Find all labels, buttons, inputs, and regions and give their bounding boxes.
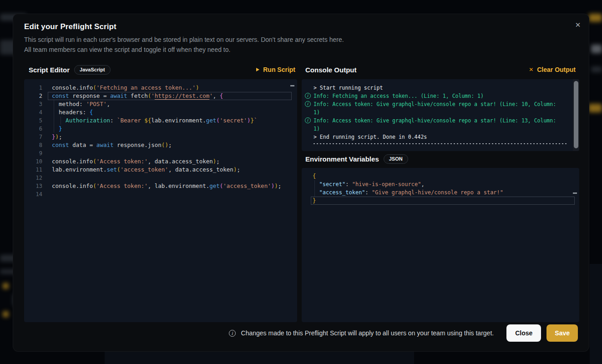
run-script-label: Run Script xyxy=(263,66,295,73)
background-blur xyxy=(3,311,9,317)
line-number: 4 xyxy=(24,108,42,116)
code-text: const response = await fetch('https://te… xyxy=(42,92,223,100)
close-button[interactable]: Close xyxy=(506,324,541,342)
code-text: const data = await response.json(); xyxy=(42,141,172,149)
console-log-text: Info: Access token: Give graphql-hive/co… xyxy=(314,116,562,133)
footer-note: Changes made to this Preflight Script wi… xyxy=(241,329,494,337)
indent-guide xyxy=(61,116,61,125)
code-line: 3 method: 'POST', xyxy=(24,100,297,108)
dialog-description-line1: This script will run in each user's brow… xyxy=(24,36,344,43)
env-line: "secret": "hive-is-open-source", xyxy=(302,180,579,188)
console-log-entry: > End running script. Done in 0.442s xyxy=(302,133,579,141)
code-line: 4 headers: { xyxy=(24,108,297,116)
info-icon: i xyxy=(302,92,314,99)
play-icon xyxy=(256,68,259,71)
code-text: Authorization: `Bearer ${lab.environment… xyxy=(42,116,258,125)
clear-output-label: Clear Output xyxy=(537,66,576,73)
code-line: 9 xyxy=(24,149,297,157)
script-editor-lines: 1console.info('Fetching an access token.… xyxy=(24,84,297,198)
script-editor[interactable]: 1console.info('Fetching an access token.… xyxy=(24,79,297,322)
background-blur xyxy=(591,45,602,53)
console-output-panel: > Start running scriptiInfo: Fetching an… xyxy=(302,79,579,151)
clear-output-button[interactable]: ✕ Clear Output xyxy=(529,66,576,73)
line-number: 9 xyxy=(24,149,42,157)
code-line: 11lab.environment.set('access_token', da… xyxy=(24,166,297,174)
info-icon: i xyxy=(302,116,314,123)
run-script-button[interactable]: Run Script xyxy=(256,66,295,73)
env-line: "access_token": "Give graphql-hive/conso… xyxy=(302,188,579,197)
console-scrollbar[interactable] xyxy=(573,79,579,151)
dialog-footer: i Changes made to this Preflight Script … xyxy=(229,324,578,342)
json-badge: JSON xyxy=(384,154,408,164)
console-entries: > Start running scriptiInfo: Fetching an… xyxy=(302,84,579,144)
dialog-close-button[interactable]: ✕ xyxy=(572,20,583,30)
line-number: 5 xyxy=(24,116,42,125)
background-blur xyxy=(588,104,602,112)
code-line: 1console.info('Fetching an access token.… xyxy=(24,84,297,92)
line-number: 7 xyxy=(24,133,42,141)
env-line: } xyxy=(302,197,579,205)
background-panel xyxy=(105,352,414,364)
code-text xyxy=(42,174,52,182)
line-number: 12 xyxy=(24,174,42,182)
code-text: lab.environment.set('access_token', data… xyxy=(42,166,240,174)
clear-icon: ✕ xyxy=(529,67,533,72)
info-circle-icon: i xyxy=(229,330,236,337)
environment-editor-lines: { "secret": "hive-is-open-source", "acce… xyxy=(302,172,579,205)
background-blur xyxy=(589,14,602,22)
dialog-title: Edit your Preflight Script xyxy=(24,22,116,31)
code-line: 5 Authorization: `Bearer ${lab.environme… xyxy=(24,116,297,125)
console-log-entry: iInfo: Access token: Give graphql-hive/c… xyxy=(302,116,579,133)
console-log-entry: iInfo: Fetching an access token... (Line… xyxy=(302,92,579,100)
environment-editor[interactable]: { "secret": "hive-is-open-source", "acce… xyxy=(302,168,579,322)
dialog-description-line2: All team members can view the script and… xyxy=(24,46,230,53)
indent-guide xyxy=(54,100,54,133)
code-line: 13console.info('Access token:', lab.envi… xyxy=(24,182,297,190)
close-icon: ✕ xyxy=(575,21,581,29)
info-circle-icon: i xyxy=(305,101,311,107)
console-log-text: Info: Fetching an access token... (Line:… xyxy=(314,92,484,100)
line-number: 8 xyxy=(24,141,42,149)
indent-guide xyxy=(314,180,315,197)
code-line: 6 } xyxy=(24,125,297,133)
environment-variables-heading: Environment Variables xyxy=(305,155,379,163)
script-editor-header: Script Editor JavaScript Run Script xyxy=(29,64,295,75)
info-circle-icon: i xyxy=(305,93,311,99)
console-scrollbar-thumb[interactable] xyxy=(574,81,578,148)
code-text: }); xyxy=(42,133,62,141)
info-circle-icon: i xyxy=(305,117,311,123)
info-icon: i xyxy=(302,100,314,107)
code-line: 12 xyxy=(24,174,297,182)
console-header: Console Output ✕ Clear Output xyxy=(305,64,576,75)
background-blur xyxy=(3,283,9,289)
line-number: 6 xyxy=(24,125,42,133)
save-button[interactable]: Save xyxy=(546,324,578,342)
line-number: 13 xyxy=(24,182,42,190)
code-line: 14 xyxy=(24,190,297,198)
line-number: 10 xyxy=(24,157,42,166)
script-editor-heading: Script Editor xyxy=(29,66,70,74)
line-number: 3 xyxy=(24,100,42,108)
console-log-text: > End running script. Done in 0.442s xyxy=(314,133,427,141)
code-text: console.info('Access token:', lab.enviro… xyxy=(42,182,281,190)
line-number: 14 xyxy=(24,190,42,198)
overview-ruler-marker xyxy=(290,85,294,86)
preflight-script-dialog: ✕ Edit your Preflight Script This script… xyxy=(13,14,589,352)
code-text: console.info('Fetching an access token..… xyxy=(42,84,199,92)
code-text xyxy=(42,190,52,198)
code-line: 8const data = await response.json(); xyxy=(24,141,297,149)
code-line: 2const response = await fetch('https://t… xyxy=(24,92,297,100)
code-line: 10console.info('Access token:', data.acc… xyxy=(24,157,297,166)
code-text: headers: { xyxy=(42,108,93,116)
overview-ruler-marker xyxy=(573,192,577,194)
console-log-entry: iInfo: Access token: Give graphql-hive/c… xyxy=(302,100,579,116)
console-log-text: Info: Access token: Give graphql-hive/co… xyxy=(314,100,562,116)
line-number: 11 xyxy=(24,166,42,174)
env-line: { xyxy=(302,172,579,180)
line-number: 2 xyxy=(24,92,42,100)
code-text: } xyxy=(42,125,62,133)
console-log-entry: > Start running script xyxy=(302,84,579,92)
log-icon-spacer xyxy=(302,133,314,134)
line-number: 1 xyxy=(24,84,42,92)
console-output-heading: Console Output xyxy=(305,66,357,74)
